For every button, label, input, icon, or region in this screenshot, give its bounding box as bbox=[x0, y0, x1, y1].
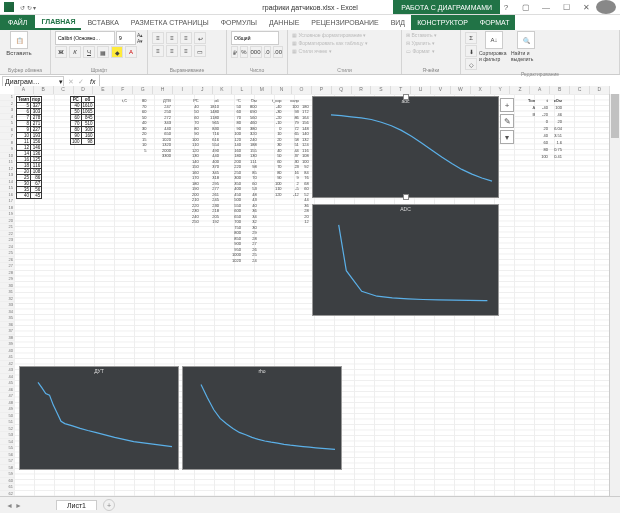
font-color-button[interactable]: A bbox=[125, 46, 137, 58]
cell[interactable]: 210 bbox=[192, 197, 200, 203]
tab-data[interactable]: ДАННЫЕ bbox=[263, 15, 305, 30]
bold-button[interactable]: Ж bbox=[55, 46, 67, 58]
cell[interactable]: 440 bbox=[210, 153, 220, 159]
align-top-icon[interactable]: ≡ bbox=[152, 32, 164, 44]
cell[interactable]: 24 bbox=[250, 258, 258, 264]
chart-dut[interactable]: ДУТ bbox=[19, 366, 179, 470]
cell[interactable]: 172 bbox=[302, 109, 310, 115]
tab-chart-format[interactable]: ФОРМАТ bbox=[474, 15, 516, 30]
minimize-icon[interactable]: — bbox=[536, 0, 556, 14]
tab-formulas[interactable]: ФОРМУЛЫ bbox=[215, 15, 263, 30]
cell[interactable]: 124 bbox=[302, 142, 310, 148]
tab-home[interactable]: ГЛАВНАЯ bbox=[35, 15, 81, 30]
sort-filter-button[interactable]: A↓ Сортировка и фильтр bbox=[479, 31, 509, 70]
cell[interactable]: 554 bbox=[210, 142, 220, 148]
user-avatar[interactable] bbox=[596, 0, 616, 14]
cell[interactable]: 400 bbox=[232, 186, 242, 192]
cell[interactable]: 1000 bbox=[232, 252, 242, 258]
paste-button[interactable]: 📋 Вставить bbox=[4, 31, 34, 56]
cell[interactable]: 180 bbox=[232, 153, 242, 159]
tab-file[interactable]: ФАЙЛ bbox=[0, 15, 35, 30]
cell[interactable]: 3300 bbox=[162, 153, 172, 159]
comma-icon[interactable]: 000 bbox=[250, 46, 262, 58]
sheet-tab[interactable]: Лист1 bbox=[56, 500, 97, 510]
tab-chart-design[interactable]: КОНСТРУКТОР bbox=[411, 15, 474, 30]
cell[interactable]: 250 bbox=[192, 219, 200, 225]
inc-decimal-icon[interactable]: .0 bbox=[264, 46, 271, 58]
cell[interactable]: t,C bbox=[122, 98, 128, 104]
cell[interactable]: 690 bbox=[250, 109, 258, 115]
tab-page-layout[interactable]: РАЗМЕТКА СТРАНИЦЫ bbox=[125, 15, 215, 30]
wrap-text-icon[interactable]: ↩ bbox=[194, 32, 206, 44]
cell[interactable]: 156 bbox=[302, 120, 310, 126]
new-sheet-button[interactable]: + bbox=[103, 499, 115, 511]
cell[interactable]: 110 bbox=[192, 142, 200, 148]
cell[interactable]: 218 bbox=[210, 208, 220, 214]
dec-decimal-icon[interactable]: .00 bbox=[273, 46, 283, 58]
fx-cancel-icon[interactable]: ✕ bbox=[66, 78, 76, 86]
cell[interactable]: 965 bbox=[210, 120, 220, 126]
fill-color-button[interactable]: ◆ bbox=[111, 46, 123, 58]
cell[interactable]: t_кор bbox=[272, 98, 283, 104]
cell[interactable]: 460 bbox=[250, 120, 258, 126]
fill-icon[interactable]: ⬇ bbox=[465, 45, 477, 57]
chart-rho[interactable]: rho bbox=[182, 366, 342, 470]
cell[interactable]: 716 bbox=[210, 131, 220, 137]
cell[interactable]: 1020 bbox=[232, 258, 242, 264]
underline-button[interactable]: Ч bbox=[83, 46, 95, 58]
cell[interactable]: 1480 bbox=[210, 109, 220, 115]
cell[interactable]: 1320 bbox=[162, 142, 172, 148]
cell[interactable]: 650 bbox=[162, 131, 172, 137]
tab-view[interactable]: ВИД bbox=[385, 15, 411, 30]
cell[interactable]: 130 bbox=[192, 153, 200, 159]
cell[interactable]: 170 bbox=[192, 175, 200, 181]
cell[interactable]: 800 bbox=[232, 230, 242, 236]
cell[interactable]: 245 bbox=[210, 197, 220, 203]
clear-icon[interactable]: ◇ bbox=[465, 58, 477, 70]
cell[interactable]: РС bbox=[192, 98, 200, 104]
cell[interactable]: 140 bbox=[302, 131, 310, 137]
cell[interactable]: 140 bbox=[232, 142, 242, 148]
chart-filter-button[interactable]: ▾ bbox=[500, 130, 514, 144]
cell[interactable]: 12 bbox=[302, 219, 310, 225]
merge-icon[interactable]: ▭ bbox=[194, 45, 206, 57]
cell[interactable]: 150 bbox=[192, 164, 200, 170]
chart-adc2[interactable]: ADC bbox=[312, 204, 499, 316]
font-size-combo[interactable] bbox=[116, 31, 136, 45]
cell[interactable]: 230 bbox=[192, 208, 200, 214]
cell[interactable]: 700 bbox=[232, 219, 242, 225]
cell[interactable]: ДТВ bbox=[162, 98, 172, 104]
cell[interactable]: 130 bbox=[250, 153, 258, 159]
cell[interactable]: 600 bbox=[232, 208, 242, 214]
cell[interactable]: 900 bbox=[232, 241, 242, 247]
number-format-combo[interactable] bbox=[231, 31, 279, 45]
chart-adc[interactable]: adc bbox=[312, 96, 499, 198]
cell[interactable]: 192 bbox=[210, 219, 220, 225]
fx-icon[interactable]: fx bbox=[86, 78, 99, 85]
cell[interactable]: 300 bbox=[232, 175, 242, 181]
cell[interactable]: 108 bbox=[302, 153, 310, 159]
chart-styles-brush-button[interactable]: ✎ bbox=[500, 114, 514, 128]
cell[interactable]: -12 bbox=[290, 192, 300, 198]
help-icon[interactable]: ? bbox=[496, 0, 516, 14]
border-button[interactable]: ▦ bbox=[97, 46, 109, 58]
row-headers[interactable]: 1234567891011121314151617181920212223242… bbox=[0, 94, 15, 497]
find-select-button[interactable]: 🔍 Найти и выделить bbox=[511, 31, 541, 70]
italic-button[interactable]: К bbox=[69, 46, 81, 58]
percent-icon[interactable]: % bbox=[240, 46, 247, 58]
ribbon-display-icon[interactable]: ▢ bbox=[516, 0, 536, 14]
currency-icon[interactable]: ₽ bbox=[231, 46, 238, 58]
align-middle-icon[interactable]: ≡ bbox=[166, 32, 178, 44]
close-icon[interactable]: ✕ bbox=[576, 0, 596, 14]
cell[interactable]: 250 bbox=[162, 109, 172, 115]
cell[interactable]: 343 bbox=[162, 120, 172, 126]
cell[interactable]: 318 bbox=[210, 175, 220, 181]
cell[interactable]: 188 bbox=[250, 142, 258, 148]
cell[interactable]: 320 bbox=[250, 131, 258, 137]
maximize-icon[interactable]: ☐ bbox=[556, 0, 576, 14]
font-name-combo[interactable] bbox=[55, 31, 115, 45]
autosum-icon[interactable]: Σ bbox=[465, 32, 477, 44]
cell[interactable]: 277 bbox=[210, 186, 220, 192]
chart-element-plus-button[interactable]: + bbox=[500, 98, 514, 112]
cell[interactable]: напр bbox=[290, 98, 300, 104]
